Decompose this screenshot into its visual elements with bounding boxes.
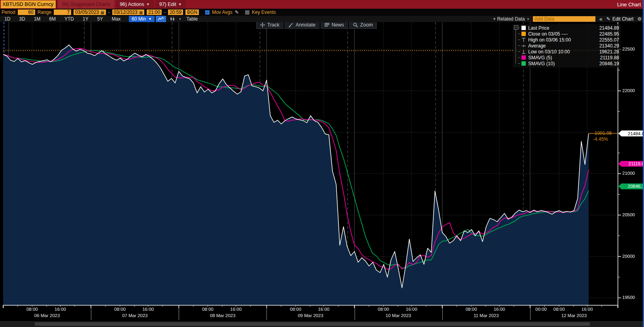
green-square-icon bbox=[521, 61, 526, 66]
line-chart-type-button[interactable] bbox=[156, 16, 166, 22]
date-range-dash: - bbox=[108, 9, 110, 15]
candle-chart-type-button[interactable] bbox=[167, 16, 178, 22]
x-axis-day-separator bbox=[91, 305, 91, 320]
table-button[interactable]: Table bbox=[187, 16, 198, 22]
range-toolbar: 1D3D1M6MYTD1Y5YMax 60 Min ▼ ▾ Table + Re… bbox=[0, 16, 644, 22]
time-from-input[interactable]: 21:00 bbox=[147, 9, 162, 15]
legend-value: 20846.19 bbox=[599, 61, 619, 66]
low-tee-icon bbox=[521, 49, 526, 54]
range-button-ytd[interactable]: YTD bbox=[60, 16, 78, 22]
mov-avgs-checkbox[interactable]: ✓ bbox=[205, 10, 210, 15]
interval-value: 60 Min bbox=[132, 16, 146, 22]
change-value: -1001.06 bbox=[593, 130, 612, 136]
legend-tree-stub bbox=[518, 63, 520, 64]
scrollbar-thumb[interactable] bbox=[35, 322, 590, 326]
orange-square-icon bbox=[521, 32, 526, 36]
related-data-label: + Related Data bbox=[493, 16, 525, 22]
y-axis-label: 21000 bbox=[622, 171, 635, 176]
x-axis-date-label: 09 Mar 2023 bbox=[298, 313, 323, 318]
x-axis-date-label: 06 Mar 2023 bbox=[34, 313, 60, 318]
range-button-1y[interactable]: 1Y bbox=[78, 16, 93, 22]
price-badge: 21484.89 bbox=[618, 130, 644, 136]
collapse-panel-button[interactable]: « bbox=[599, 16, 602, 22]
high-tee-icon bbox=[521, 38, 526, 42]
legend-row-average[interactable]: Average21340.29 bbox=[515, 43, 619, 49]
news-label: News bbox=[332, 22, 344, 28]
annotate-label: Annotate bbox=[296, 22, 315, 28]
suggested-charts-button[interactable]: 94) Suggested Charts bbox=[58, 0, 114, 9]
x-axis-time-label: 08:00 bbox=[114, 307, 126, 312]
legend-row-close-on-03-05[interactable]: Close on 03/05 ----22485.95 bbox=[515, 31, 619, 37]
range-button-1d[interactable]: 1D bbox=[0, 16, 15, 22]
related-data-button[interactable]: + Related Data ▾ bbox=[493, 16, 529, 22]
legend-value: 22555.07 bbox=[599, 37, 619, 43]
legend-tree-stub bbox=[518, 51, 520, 52]
legend-value: 21340.29 bbox=[599, 43, 619, 49]
magnifier-icon bbox=[353, 23, 358, 27]
y-axis-label: 22000 bbox=[622, 88, 635, 93]
white-square-icon bbox=[521, 26, 526, 30]
x-axis-day-separator bbox=[530, 305, 531, 320]
legend-row-smavg-10[interactable]: SMAVG (10)20846.19 bbox=[515, 60, 619, 66]
actions-menu-button[interactable]: 96) Actions ▼ bbox=[116, 0, 154, 9]
chart-type-more-caret[interactable]: ▾ bbox=[179, 17, 181, 21]
date-to-value: 03/12/2023 bbox=[114, 9, 138, 15]
date-from-input[interactable]: 03/05/2023 ▦ bbox=[74, 9, 106, 15]
legend-row-low-on-03-10-10-00[interactable]: Low on 03/10 10:0019621.28 bbox=[515, 49, 619, 55]
period-label: Period bbox=[2, 9, 15, 15]
range-button-6m[interactable]: 6M bbox=[45, 16, 60, 22]
legend-row-high-on-03-06-15-00[interactable]: High on 03/06 15:0022555.07 bbox=[515, 37, 619, 43]
add-data-input[interactable]: Add Data bbox=[533, 16, 595, 22]
range-buttons-group: 1D3D1M6MYTD1Y5YMax bbox=[0, 16, 125, 22]
calendar-icon[interactable]: ▦ bbox=[100, 10, 104, 15]
interval-dropdown[interactable]: 60 Min ▼ bbox=[129, 16, 155, 22]
price-change-annotation: -1001.06 -4.45% bbox=[593, 130, 612, 142]
price-badge: 21119.88 bbox=[618, 161, 644, 167]
time-to-input[interactable]: 20:59 bbox=[168, 9, 183, 15]
calendar-icon[interactable]: ▦ bbox=[139, 10, 143, 15]
edit-chart-button[interactable]: ✎ Edit Chart bbox=[606, 16, 633, 22]
candlestick-icon bbox=[170, 17, 175, 21]
period-input[interactable]: 60 bbox=[18, 9, 35, 15]
edit-pencil-icon[interactable]: ✎ bbox=[235, 9, 239, 15]
range-label: Range bbox=[38, 9, 51, 15]
key-events-checkbox[interactable] bbox=[245, 10, 249, 15]
x-axis-time-label: 16:00 bbox=[142, 307, 154, 312]
range-button-max[interactable]: Max bbox=[107, 16, 125, 22]
x-axis-time-label: 16:00 bbox=[494, 307, 505, 312]
x-axis-time-label: 16:00 bbox=[318, 307, 329, 312]
x-axis-time-label: 08:00 bbox=[553, 307, 565, 312]
date-to-input[interactable]: 03/12/2023 ▦ bbox=[112, 9, 145, 15]
legend-value: 19621.28 bbox=[599, 49, 619, 55]
edit-menu-button[interactable]: 97) Edit ▼ bbox=[155, 0, 186, 9]
range-button-3d[interactable]: 3D bbox=[15, 16, 29, 22]
legend-row-last-price[interactable]: Last Price21484.89 bbox=[515, 25, 619, 31]
x-axis-time-label: 08:00 bbox=[466, 307, 477, 312]
range-button-5y[interactable]: 5Y bbox=[93, 16, 108, 22]
x-axis-date-label: 11 Mar 2023 bbox=[474, 313, 499, 318]
legend-value: 21484.89 bbox=[599, 25, 619, 31]
chevron-down-icon: ▼ bbox=[178, 2, 182, 6]
avg-cross-icon bbox=[521, 43, 526, 48]
x-axis-time-label: 16:00 bbox=[582, 307, 593, 312]
mov-avgs-label: Mov Avgs bbox=[212, 9, 232, 15]
x-axis-day-separator bbox=[442, 305, 443, 320]
zoom-label: Zoom bbox=[360, 22, 373, 28]
legend-row-smavg-5[interactable]: SMAVG (5)21119.88 bbox=[515, 55, 619, 60]
y-axis-label: 20500 bbox=[622, 212, 635, 217]
legend-tree-stub bbox=[518, 34, 520, 34]
date-from-value: 03/05/2023 bbox=[75, 9, 99, 15]
gear-icon[interactable]: ⚙ bbox=[637, 16, 642, 22]
change-percent: -4.45% bbox=[593, 136, 612, 142]
legend-tree-stub bbox=[518, 57, 520, 58]
legend-collapse-toggle[interactable]: – bbox=[514, 25, 518, 30]
security-ticker-field[interactable]: XBTUSD BGN Curncy bbox=[1, 0, 57, 8]
range-input[interactable]: 7 bbox=[54, 9, 71, 15]
legend-tree-stub bbox=[518, 40, 520, 40]
settings-bar: Period 60 Range 7 03/05/2023 ▦ - 03/12/2… bbox=[0, 9, 644, 16]
track-label: Track bbox=[267, 22, 280, 28]
range-button-1m[interactable]: 1M bbox=[30, 16, 45, 22]
pricing-source-input[interactable]: BGN bbox=[185, 9, 199, 15]
x-axis-time-label: 00:00 bbox=[535, 307, 547, 312]
x-axis-time-label: 08:00 bbox=[26, 307, 38, 312]
